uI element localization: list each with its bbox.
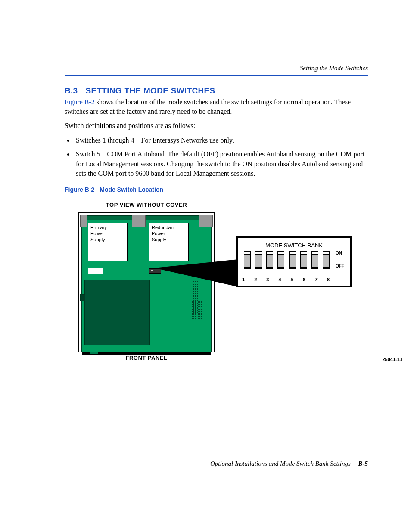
figure-caption: Figure B-2Mode Switch Location (65, 186, 368, 193)
dip-switch-3 (266, 252, 273, 268)
figure-title: Mode Switch Location (100, 186, 163, 193)
primary-psu-box: Primary Power Supply (88, 223, 128, 261)
on-label: ON (336, 251, 344, 255)
page-footer: Optional Installations and Mode Switch B… (65, 460, 368, 467)
list-item: Switches 1 through 4 – For Enterasys Net… (74, 136, 368, 145)
list-item: Switch 5 – COM Port Autobaud. The defaul… (74, 149, 368, 178)
bullet-list: Switches 1 through 4 – For Enterasys Net… (74, 136, 368, 179)
svg-marker-0 (154, 259, 238, 287)
dip-switch-1 (244, 252, 251, 268)
dip-state-labels: ON OFF (336, 251, 344, 277)
dip-switch-4 (277, 252, 284, 268)
off-label: OFF (336, 264, 344, 268)
figure-top-label: TOP VIEW WITHOUT COVER (78, 202, 215, 208)
component-block (84, 332, 150, 345)
dip-switch-6 (300, 252, 307, 268)
dip-num: 3 (266, 277, 269, 282)
intro-paragraph: Figure B-2 shows the location of the mod… (65, 97, 368, 116)
figure-bottom-label: FRONT PANEL (78, 355, 215, 361)
front-panel-base (82, 352, 211, 355)
pin-header (197, 300, 202, 319)
redundant-psu-label: Redundant Power Supply (152, 225, 175, 242)
dip-switch-5 (289, 252, 296, 268)
dip-num: 1 (242, 277, 245, 282)
component-block (84, 280, 150, 332)
mode-switch-detail: MODE SWITCH BANK ON OFF (236, 236, 352, 287)
dip-num: 8 (327, 277, 330, 282)
dip-num: 5 (291, 277, 293, 282)
dip-num: 4 (278, 277, 281, 282)
board-diagram: Primary Power Supply Redundant Power Sup… (78, 212, 215, 352)
connector-tab (199, 215, 213, 227)
connector-tab (80, 215, 87, 227)
section-heading: B.3SETTING THE MODE SWITCHES (65, 86, 368, 96)
figure: TOP VIEW WITHOUT COVER Primary Power Sup… (78, 202, 368, 361)
dip-switch-7 (311, 252, 318, 268)
dip-num: 6 (303, 277, 305, 282)
intro-rest: shows the location of the mode switches … (65, 98, 351, 115)
dip-num: 2 (254, 277, 257, 282)
header-rule (65, 75, 368, 76)
connector-tab (132, 215, 146, 227)
figure-id: 25041-11 (383, 357, 403, 362)
primary-psu-label: Primary Power Supply (90, 225, 107, 242)
footer-title: Optional Installations and Mode Switch B… (210, 460, 351, 467)
pin-header (191, 300, 196, 319)
running-header: Setting the Mode Switches (300, 65, 368, 72)
detail-title: MODE SWITCH BANK (241, 242, 347, 249)
dip-num: 7 (315, 277, 318, 282)
dip-numbers: 1 2 3 4 5 6 7 8 (242, 277, 330, 282)
component (80, 294, 85, 301)
page-number: B-5 (358, 460, 368, 467)
definitions-paragraph: Switch definitions and positions are as … (65, 121, 368, 131)
figure-number: Figure B-2 (65, 186, 94, 193)
dip-switch-row: ON OFF (244, 252, 344, 273)
figure-crossref-link[interactable]: Figure B-2 (65, 98, 95, 106)
section-title-text: SETTING THE MODE SWITCHES (85, 86, 215, 95)
component (88, 268, 103, 274)
section-number: B.3 (65, 86, 78, 95)
dip-switch-8 (323, 252, 330, 268)
dip-switch-2 (255, 252, 262, 268)
redundant-psu-box: Redundant Power Supply (149, 223, 189, 261)
pcb-top-strip (82, 216, 211, 220)
